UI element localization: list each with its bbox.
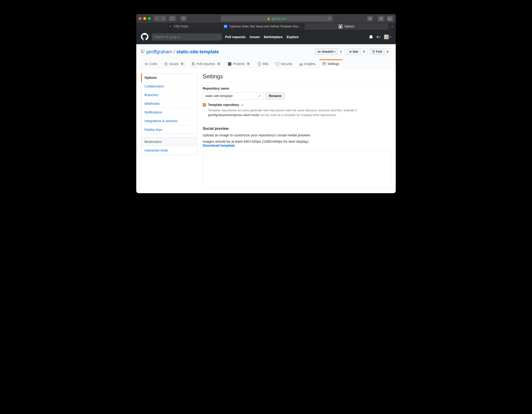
unwatch-button[interactable]: Unwatch ▾ bbox=[315, 49, 338, 55]
share-button[interactable] bbox=[378, 16, 385, 21]
browser-tab-dropbox-paper[interactable]: Optimize Static Site Setup with GitHub T… bbox=[220, 23, 304, 30]
tab-label: Insights bbox=[304, 62, 315, 66]
browser-window: 🔒 github.com ⟳ ✱ CSS-Tricks Optimize Sta… bbox=[136, 14, 396, 193]
input-valid-check-icon: ✓ bbox=[258, 94, 261, 98]
notifications-icon[interactable] bbox=[369, 35, 373, 39]
social-preview-heading: Social preview bbox=[203, 127, 391, 131]
nav-pull-requests[interactable]: Pull requests bbox=[225, 35, 246, 39]
issues-count: 0 bbox=[180, 62, 184, 66]
tab-label: Security bbox=[280, 62, 292, 66]
sidebar-toggle-button[interactable] bbox=[169, 16, 176, 21]
favicon-icon: ✱ bbox=[168, 25, 172, 28]
tab-wiki[interactable]: Wiki bbox=[254, 59, 272, 68]
moderation-heading: Moderation bbox=[141, 138, 197, 146]
reload-button[interactable]: ⟳ bbox=[328, 17, 331, 20]
search-slash-hint: / bbox=[217, 35, 220, 39]
nav-marketplace[interactable]: Marketplace bbox=[264, 35, 283, 39]
address-bar[interactable]: 🔒 github.com ⟳ bbox=[221, 15, 333, 21]
safari-toolbar: 🔒 github.com ⟳ bbox=[136, 14, 396, 23]
nav-issues[interactable]: Issues bbox=[250, 35, 260, 39]
svg-point-6 bbox=[370, 18, 370, 18]
reader-accessibility-button[interactable] bbox=[367, 16, 373, 21]
repo-owner-link[interactable]: geoffgraham bbox=[146, 49, 172, 55]
tab-label: Code bbox=[149, 62, 157, 66]
pulls-count: 0 bbox=[217, 62, 221, 66]
tab-label: Projects bbox=[233, 62, 245, 66]
rename-button[interactable]: Rename bbox=[265, 92, 285, 100]
template-label: Template repository bbox=[208, 103, 239, 107]
sidebar-item-options[interactable]: Options bbox=[141, 73, 197, 82]
fork-count[interactable]: 0 bbox=[385, 49, 391, 55]
caret-icon: ▾ bbox=[334, 51, 335, 53]
favicon-icon bbox=[339, 25, 342, 28]
watch-count[interactable]: 1 bbox=[338, 49, 344, 55]
watch-button-group: Unwatch ▾ 1 bbox=[315, 49, 344, 55]
settings-content: Options Collaborators Branches Webhooks … bbox=[136, 68, 396, 193]
sidebar-item-integrations[interactable]: Integrations & services bbox=[141, 117, 197, 125]
fork-label: Fork bbox=[376, 50, 382, 53]
url-host-text: github.com bbox=[272, 17, 286, 20]
sidebar-item-interaction-limits[interactable]: Interaction limits bbox=[141, 146, 197, 155]
sidebar-item-notifications[interactable]: Notifications bbox=[141, 108, 197, 117]
tab-settings[interactable]: Settings bbox=[319, 59, 343, 68]
repo-name-input[interactable] bbox=[203, 92, 263, 100]
template-checkbox[interactable]: ✓ bbox=[203, 103, 206, 107]
repo-nav: Code Issues 0 Pull requests 0 Projects 0… bbox=[141, 59, 391, 68]
new-tab-button[interactable]: + bbox=[389, 23, 396, 30]
browser-tab-css-tricks[interactable]: ✱ CSS-Tricks bbox=[136, 23, 220, 30]
tab-pull-requests[interactable]: Pull requests 0 bbox=[188, 59, 225, 68]
tab-label: Wiki bbox=[263, 62, 269, 66]
fork-button[interactable]: Fork bbox=[370, 49, 385, 55]
settings-sidebar: Options Collaborators Branches Webhooks … bbox=[141, 73, 197, 155]
tab-security[interactable]: Security bbox=[272, 59, 296, 68]
minimize-window-button[interactable] bbox=[143, 17, 146, 20]
browser-tab-strip: ✱ CSS-Tricks Optimize Static Site Setup … bbox=[136, 23, 396, 30]
download-template-link[interactable]: Download template bbox=[203, 143, 235, 147]
tab-label: Pull requests bbox=[196, 62, 215, 66]
github-logo-icon[interactable] bbox=[141, 33, 148, 41]
create-new-menu[interactable]: +▾ bbox=[376, 35, 380, 39]
tab-insights[interactable]: Insights bbox=[296, 59, 319, 68]
star-icon: ★ bbox=[349, 50, 352, 53]
forward-button[interactable] bbox=[160, 16, 167, 21]
settings-menu: Options Collaborators Branches Webhooks … bbox=[141, 73, 197, 134]
repo-name-link[interactable]: static-site-template bbox=[176, 49, 219, 55]
tab-code[interactable]: Code bbox=[141, 59, 161, 68]
star-label: Star bbox=[353, 50, 358, 53]
privacy-report-button[interactable] bbox=[180, 16, 187, 21]
nav-back-forward bbox=[153, 16, 167, 21]
toolbar-right-icons bbox=[378, 16, 393, 21]
close-window-button[interactable] bbox=[139, 17, 142, 20]
social-preview-desc-1: Upload an image to customize your reposi… bbox=[203, 133, 391, 137]
nav-explore[interactable]: Explore bbox=[286, 35, 298, 39]
sidebar-item-deploy-keys[interactable]: Deploy keys bbox=[141, 125, 197, 134]
star-button-group: ★ Star 0 bbox=[347, 49, 367, 55]
repo-icon bbox=[141, 49, 145, 55]
tab-projects[interactable]: Projects 0 bbox=[224, 59, 254, 68]
tab-issues[interactable]: Issues 0 bbox=[161, 59, 188, 68]
lock-icon: 🔒 bbox=[267, 17, 270, 20]
moderation-menu: Moderation Interaction limits bbox=[141, 137, 197, 155]
social-image-size-text: Images should be at least 640×320px (128… bbox=[203, 139, 309, 143]
saved-check-icon: ✓ bbox=[241, 103, 244, 107]
repo-name-label: Repository name bbox=[203, 87, 391, 90]
tab-label: Options bbox=[344, 25, 354, 28]
star-button[interactable]: ★ Star bbox=[347, 49, 361, 55]
user-menu[interactable]: ▾ bbox=[384, 35, 391, 39]
sidebar-item-branches[interactable]: Branches bbox=[141, 91, 197, 99]
unwatch-label: Unwatch bbox=[322, 50, 333, 53]
svg-rect-0 bbox=[171, 17, 174, 20]
social-preview-dropzone[interactable] bbox=[203, 151, 391, 188]
github-search-input[interactable]: Search or jump to… / bbox=[152, 33, 222, 40]
tabs-overview-button[interactable] bbox=[386, 16, 393, 21]
github-top-nav: Pull requests Issues Marketplace Explore bbox=[225, 35, 299, 39]
avatar bbox=[384, 35, 389, 39]
sidebar-item-collaborators[interactable]: Collaborators bbox=[141, 82, 197, 91]
star-count[interactable]: 0 bbox=[361, 49, 367, 55]
sidebar-item-webhooks[interactable]: Webhooks bbox=[141, 99, 197, 108]
browser-tab-github-options[interactable]: Options bbox=[304, 23, 389, 30]
fullscreen-window-button[interactable] bbox=[148, 17, 151, 20]
fork-button-group: Fork 0 bbox=[370, 49, 391, 55]
window-traffic-lights bbox=[139, 17, 151, 20]
back-button[interactable] bbox=[153, 16, 160, 21]
